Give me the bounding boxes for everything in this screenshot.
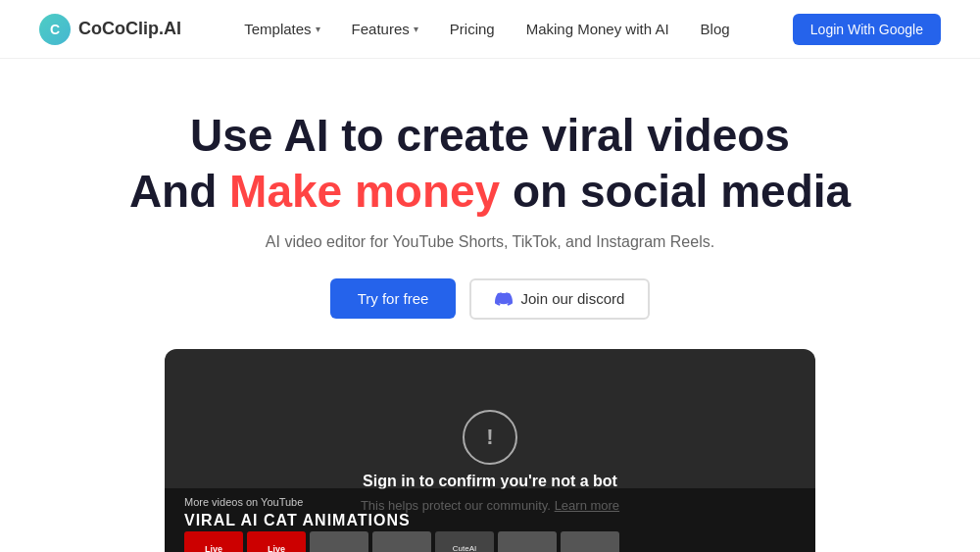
discord-icon [495, 290, 513, 308]
captcha-icon: ! [463, 410, 517, 465]
hero-buttons: Try for free Join our discord [330, 278, 651, 320]
logo-icon: C [39, 14, 71, 45]
hero-section: Use AI to create viral videos And Make m… [0, 59, 980, 349]
viral-title: VIRAL AI CAT ANIMATIONS [184, 512, 796, 529]
video-section: ! Sign in to confirm you're not a bot Th… [165, 349, 815, 552]
nav-pricing[interactable]: Pricing [450, 21, 495, 37]
navbar-logo-area: C CoCoClip.AI [39, 14, 181, 45]
navbar-actions: Login With Google [793, 14, 941, 45]
try-free-button[interactable]: Try for free [330, 278, 457, 319]
chevron-down-icon: ▾ [414, 24, 418, 34]
nav-features[interactable]: Features ▾ [352, 21, 418, 37]
discord-button[interactable]: Join our discord [469, 278, 650, 320]
thumbnail-4 [372, 531, 431, 552]
thumbnail-3 [310, 531, 368, 552]
hero-title-line2: And Make money on social media [129, 166, 851, 218]
nav-blog[interactable]: Blog [701, 21, 730, 37]
logo-text[interactable]: CoCoClip.AI [78, 19, 181, 39]
hero-title-line1: Use AI to create viral videos [190, 110, 790, 162]
hero-title-accent: Make money [229, 166, 500, 217]
thumbnail-2: Live [247, 531, 306, 552]
login-button[interactable]: Login With Google [793, 14, 941, 45]
thumbnails-row: Live Live CuteAI [184, 531, 796, 552]
navbar-links: Templates ▾ Features ▾ Pricing Making Mo… [244, 21, 729, 37]
discord-label: Join our discord [520, 290, 624, 307]
more-videos-label: More videos on YouTube [184, 496, 796, 508]
thumbnail-6 [498, 531, 557, 552]
thumbnail-1: Live [184, 531, 243, 552]
nav-making-money[interactable]: Making Money with AI [526, 21, 669, 37]
chevron-down-icon: ▾ [316, 24, 320, 34]
navbar: C CoCoClip.AI Templates ▾ Features ▾ Pri… [0, 0, 980, 59]
video-bottom-bar: More videos on YouTube VIRAL AI CAT ANIM… [165, 488, 815, 552]
thumbnail-5: CuteAI [435, 531, 494, 552]
thumbnail-7 [561, 531, 619, 552]
hero-subtitle: AI video editor for YouTube Shorts, TikT… [266, 233, 714, 251]
nav-templates[interactable]: Templates ▾ [244, 21, 319, 37]
